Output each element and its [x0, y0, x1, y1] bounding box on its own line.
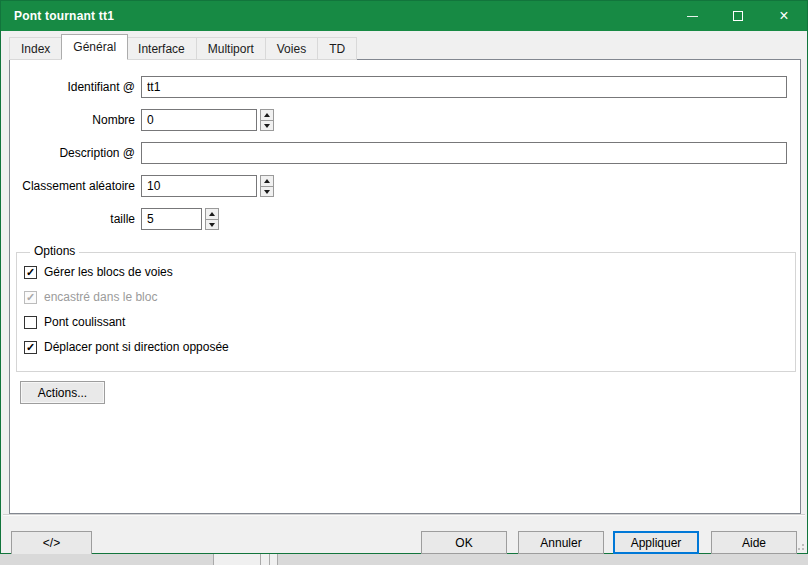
- footer-separator: [3, 514, 805, 516]
- close-icon: ×: [779, 8, 788, 24]
- tab-td[interactable]: TD: [318, 37, 357, 60]
- arrow-down-icon: [209, 223, 215, 227]
- checkbox-icon: [24, 341, 37, 354]
- options-group-legend: Options: [30, 244, 79, 258]
- description-input[interactable]: [141, 142, 787, 164]
- background-scrollbar-fragment: [213, 554, 278, 565]
- checkbox-icon: [24, 316, 37, 329]
- tab-content-general: Identifiant @ Nombre Description @ Class…: [9, 59, 801, 514]
- checkbox-label: Pont coulissant: [44, 316, 125, 329]
- minimize-button[interactable]: [669, 1, 715, 31]
- apply-button[interactable]: Appliquer: [613, 531, 699, 554]
- arrow-up-icon: [264, 113, 270, 117]
- minimize-icon: [687, 16, 698, 17]
- spin-down-button[interactable]: [260, 186, 274, 197]
- checkbox-label: Déplacer pont si direction opposée: [44, 341, 229, 354]
- arrow-up-icon: [264, 179, 270, 183]
- spin-down-button[interactable]: [260, 120, 274, 131]
- arrow-up-icon: [209, 212, 215, 216]
- titlebar[interactable]: Pont tournant tt1 ×: [1, 1, 807, 31]
- checkbox-label: Gérer les blocs de voies: [44, 266, 173, 279]
- description-label: Description @: [10, 142, 135, 164]
- checkbox-deplacer-pont[interactable]: Déplacer pont si direction opposée: [24, 340, 229, 354]
- background-window-fragment: [0, 554, 808, 565]
- maximize-button[interactable]: [715, 1, 761, 31]
- spin-up-button[interactable]: [205, 208, 219, 219]
- checkbox-icon: [24, 291, 37, 304]
- taille-stepper: [205, 208, 219, 230]
- checkbox-label: encastré dans le bloc: [44, 291, 157, 304]
- ok-button[interactable]: OK: [421, 531, 507, 554]
- maximize-icon: [733, 11, 743, 21]
- tab-index[interactable]: Index: [9, 37, 62, 60]
- checkbox-pont-coulissant[interactable]: Pont coulissant: [24, 315, 125, 329]
- checkbox-icon: [24, 266, 37, 279]
- spin-down-button[interactable]: [205, 219, 219, 230]
- actions-button[interactable]: Actions...: [20, 381, 105, 404]
- classement-label: Classement aléatoire: [10, 175, 135, 197]
- screen: Pont tournant tt1 × IndexGénéralInterfac…: [0, 0, 808, 565]
- resize-grip-icon[interactable]: [794, 540, 804, 550]
- nombre-input[interactable]: [141, 109, 257, 131]
- nombre-stepper: [260, 109, 274, 131]
- spin-up-button[interactable]: [260, 175, 274, 186]
- window-title: Pont tournant tt1: [1, 9, 114, 23]
- arrow-down-icon: [264, 124, 270, 128]
- identifiant-label: Identifiant @: [10, 76, 135, 98]
- identifiant-input[interactable]: [141, 76, 787, 98]
- taille-input[interactable]: [141, 208, 202, 230]
- classement-input[interactable]: [141, 175, 257, 197]
- classement-stepper: [260, 175, 274, 197]
- checkbox-encastre-bloc: encastré dans le bloc: [24, 290, 157, 304]
- window-controls: ×: [669, 1, 807, 31]
- taille-label: taille: [10, 208, 135, 230]
- tab-bar: IndexGénéralInterfaceMultiportVoiesTD: [9, 34, 357, 60]
- help-button[interactable]: Aide: [711, 531, 797, 554]
- code-view-button[interactable]: </>: [11, 531, 92, 555]
- arrow-down-icon: [264, 190, 270, 194]
- tab-interface[interactable]: Interface: [127, 37, 197, 60]
- cancel-button[interactable]: Annuler: [518, 531, 604, 554]
- nombre-label: Nombre: [10, 109, 135, 131]
- checkbox-gerer-blocs[interactable]: Gérer les blocs de voies: [24, 265, 173, 279]
- tab-general[interactable]: Général: [61, 34, 128, 60]
- tab-voies[interactable]: Voies: [266, 37, 318, 60]
- close-button[interactable]: ×: [761, 1, 807, 31]
- tab-multiport[interactable]: Multiport: [197, 37, 266, 60]
- dialog-window: Pont tournant tt1 × IndexGénéralInterfac…: [0, 0, 808, 554]
- spin-up-button[interactable]: [260, 109, 274, 120]
